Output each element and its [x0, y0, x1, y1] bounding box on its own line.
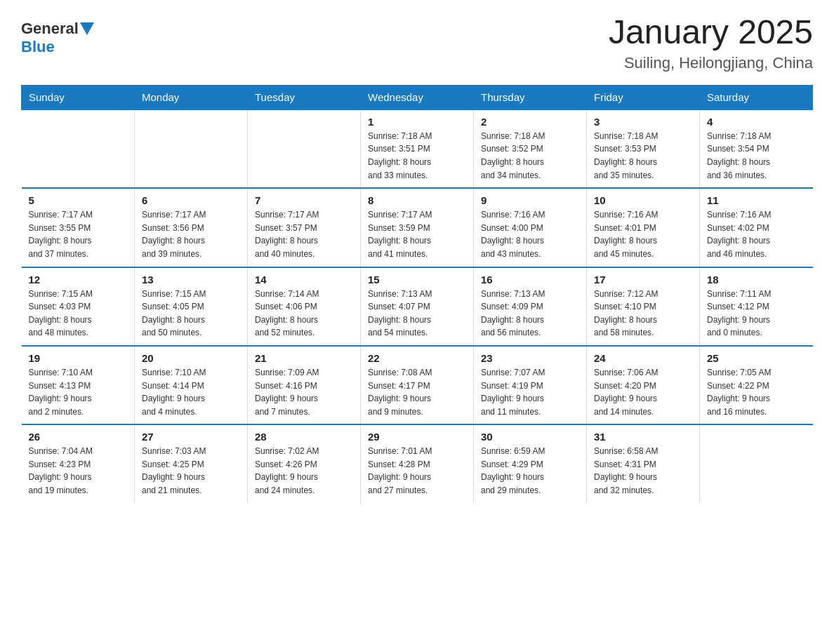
day-info: Sunrise: 7:02 AM Sunset: 4:26 PM Dayligh… [255, 445, 353, 497]
day-number: 9 [481, 194, 579, 206]
day-number: 16 [481, 274, 579, 286]
calendar-cell: 31Sunrise: 6:58 AM Sunset: 4:31 PM Dayli… [587, 424, 700, 502]
calendar-cell: 6Sunrise: 7:17 AM Sunset: 3:56 PM Daylig… [135, 188, 248, 267]
day-info: Sunrise: 7:11 AM Sunset: 4:12 PM Dayligh… [707, 288, 806, 340]
day-info: Sunrise: 7:08 AM Sunset: 4:17 PM Dayligh… [368, 366, 466, 418]
weekday-header-saturday: Saturday [700, 85, 813, 109]
day-info: Sunrise: 7:04 AM Sunset: 4:23 PM Dayligh… [29, 445, 128, 497]
calendar-cell: 9Sunrise: 7:16 AM Sunset: 4:00 PM Daylig… [474, 188, 587, 267]
weekday-header-friday: Friday [587, 85, 700, 109]
calendar-header: SundayMondayTuesdayWednesdayThursdayFrid… [22, 85, 813, 109]
day-number: 19 [29, 352, 128, 364]
day-info: Sunrise: 7:16 AM Sunset: 4:00 PM Dayligh… [481, 208, 579, 260]
calendar-cell: 7Sunrise: 7:17 AM Sunset: 3:57 PM Daylig… [248, 188, 361, 267]
calendar-cell [22, 109, 135, 188]
day-info: Sunrise: 6:59 AM Sunset: 4:29 PM Dayligh… [481, 445, 579, 497]
title-block: January 2025 Suiling, Heilongjiang, Chin… [609, 14, 813, 72]
day-info: Sunrise: 7:18 AM Sunset: 3:52 PM Dayligh… [481, 130, 579, 182]
day-info: Sunrise: 7:06 AM Sunset: 4:20 PM Dayligh… [594, 366, 692, 418]
logo: General Blue [21, 20, 94, 56]
day-info: Sunrise: 7:13 AM Sunset: 4:07 PM Dayligh… [368, 288, 466, 340]
calendar-cell: 18Sunrise: 7:11 AM Sunset: 4:12 PM Dayli… [700, 267, 813, 346]
day-info: Sunrise: 7:17 AM Sunset: 3:55 PM Dayligh… [29, 208, 128, 260]
day-info: Sunrise: 6:58 AM Sunset: 4:31 PM Dayligh… [594, 445, 692, 497]
day-number: 23 [481, 352, 579, 364]
calendar-cell: 5Sunrise: 7:17 AM Sunset: 3:55 PM Daylig… [22, 188, 135, 267]
day-number: 3 [594, 116, 692, 128]
day-number: 29 [368, 431, 466, 443]
calendar-cell: 20Sunrise: 7:10 AM Sunset: 4:14 PM Dayli… [135, 346, 248, 424]
calendar-cell: 11Sunrise: 7:16 AM Sunset: 4:02 PM Dayli… [700, 188, 813, 267]
calendar-cell [700, 424, 813, 502]
day-number: 13 [142, 274, 240, 286]
day-number: 22 [368, 352, 466, 364]
weekday-header-wednesday: Wednesday [361, 85, 474, 109]
calendar-cell: 12Sunrise: 7:15 AM Sunset: 4:03 PM Dayli… [22, 267, 135, 346]
calendar-week-row: 12Sunrise: 7:15 AM Sunset: 4:03 PM Dayli… [22, 267, 813, 346]
day-number: 5 [29, 194, 128, 206]
day-info: Sunrise: 7:18 AM Sunset: 3:54 PM Dayligh… [707, 130, 806, 182]
calendar-cell: 3Sunrise: 7:18 AM Sunset: 3:53 PM Daylig… [587, 109, 700, 188]
day-number: 8 [368, 194, 466, 206]
calendar-cell: 29Sunrise: 7:01 AM Sunset: 4:28 PM Dayli… [361, 424, 474, 502]
calendar-week-row: 5Sunrise: 7:17 AM Sunset: 3:55 PM Daylig… [22, 188, 813, 267]
day-info: Sunrise: 7:07 AM Sunset: 4:19 PM Dayligh… [481, 366, 579, 418]
day-number: 4 [707, 116, 806, 128]
day-number: 15 [368, 274, 466, 286]
calendar-cell: 16Sunrise: 7:13 AM Sunset: 4:09 PM Dayli… [474, 267, 587, 346]
day-info: Sunrise: 7:18 AM Sunset: 3:53 PM Dayligh… [594, 130, 692, 182]
calendar-table: SundayMondayTuesdayWednesdayThursdayFrid… [21, 85, 813, 503]
day-info: Sunrise: 7:17 AM Sunset: 3:57 PM Dayligh… [255, 208, 353, 260]
weekday-header-thursday: Thursday [474, 85, 587, 109]
day-info: Sunrise: 7:10 AM Sunset: 4:13 PM Dayligh… [29, 366, 128, 418]
day-info: Sunrise: 7:13 AM Sunset: 4:09 PM Dayligh… [481, 288, 579, 340]
day-number: 31 [594, 431, 692, 443]
calendar-cell [248, 109, 361, 188]
day-info: Sunrise: 7:17 AM Sunset: 3:56 PM Dayligh… [142, 208, 240, 260]
day-number: 17 [594, 274, 692, 286]
day-number: 25 [707, 352, 806, 364]
day-number: 14 [255, 274, 353, 286]
day-info: Sunrise: 7:03 AM Sunset: 4:25 PM Dayligh… [142, 445, 240, 497]
weekday-header-row: SundayMondayTuesdayWednesdayThursdayFrid… [22, 85, 813, 109]
calendar-cell [135, 109, 248, 188]
day-number: 30 [481, 431, 579, 443]
calendar-cell: 26Sunrise: 7:04 AM Sunset: 4:23 PM Dayli… [22, 424, 135, 502]
day-number: 10 [594, 194, 692, 206]
calendar-title: January 2025 [609, 14, 813, 51]
logo-triangle-icon [80, 22, 94, 36]
day-number: 1 [368, 116, 466, 128]
day-info: Sunrise: 7:16 AM Sunset: 4:01 PM Dayligh… [594, 208, 692, 260]
day-info: Sunrise: 7:17 AM Sunset: 3:59 PM Dayligh… [368, 208, 466, 260]
day-number: 2 [481, 116, 579, 128]
day-info: Sunrise: 7:01 AM Sunset: 4:28 PM Dayligh… [368, 445, 466, 497]
calendar-cell: 14Sunrise: 7:14 AM Sunset: 4:06 PM Dayli… [248, 267, 361, 346]
logo-blue-text: Blue [21, 38, 55, 55]
weekday-header-sunday: Sunday [22, 85, 135, 109]
weekday-header-monday: Monday [135, 85, 248, 109]
calendar-cell: 23Sunrise: 7:07 AM Sunset: 4:19 PM Dayli… [474, 346, 587, 424]
calendar-cell: 10Sunrise: 7:16 AM Sunset: 4:01 PM Dayli… [587, 188, 700, 267]
day-number: 27 [142, 431, 240, 443]
logo-general-text: General [21, 20, 79, 38]
calendar-cell: 17Sunrise: 7:12 AM Sunset: 4:10 PM Dayli… [587, 267, 700, 346]
day-number: 12 [29, 274, 128, 286]
calendar-week-row: 1Sunrise: 7:18 AM Sunset: 3:51 PM Daylig… [22, 109, 813, 188]
calendar-cell: 30Sunrise: 6:59 AM Sunset: 4:29 PM Dayli… [474, 424, 587, 502]
calendar-week-row: 26Sunrise: 7:04 AM Sunset: 4:23 PM Dayli… [22, 424, 813, 502]
calendar-cell: 24Sunrise: 7:06 AM Sunset: 4:20 PM Dayli… [587, 346, 700, 424]
calendar-cell: 15Sunrise: 7:13 AM Sunset: 4:07 PM Dayli… [361, 267, 474, 346]
svg-marker-0 [80, 22, 94, 35]
page-header: General Blue January 2025 Suiling, Heilo… [21, 14, 813, 72]
calendar-cell: 2Sunrise: 7:18 AM Sunset: 3:52 PM Daylig… [474, 109, 587, 188]
day-info: Sunrise: 7:18 AM Sunset: 3:51 PM Dayligh… [368, 130, 466, 182]
calendar-cell: 22Sunrise: 7:08 AM Sunset: 4:17 PM Dayli… [361, 346, 474, 424]
day-number: 26 [29, 431, 128, 443]
calendar-subtitle: Suiling, Heilongjiang, China [609, 54, 813, 72]
day-info: Sunrise: 7:09 AM Sunset: 4:16 PM Dayligh… [255, 366, 353, 418]
calendar-cell: 21Sunrise: 7:09 AM Sunset: 4:16 PM Dayli… [248, 346, 361, 424]
calendar-cell: 13Sunrise: 7:15 AM Sunset: 4:05 PM Dayli… [135, 267, 248, 346]
calendar-body: 1Sunrise: 7:18 AM Sunset: 3:51 PM Daylig… [22, 109, 813, 503]
day-number: 28 [255, 431, 353, 443]
day-info: Sunrise: 7:12 AM Sunset: 4:10 PM Dayligh… [594, 288, 692, 340]
